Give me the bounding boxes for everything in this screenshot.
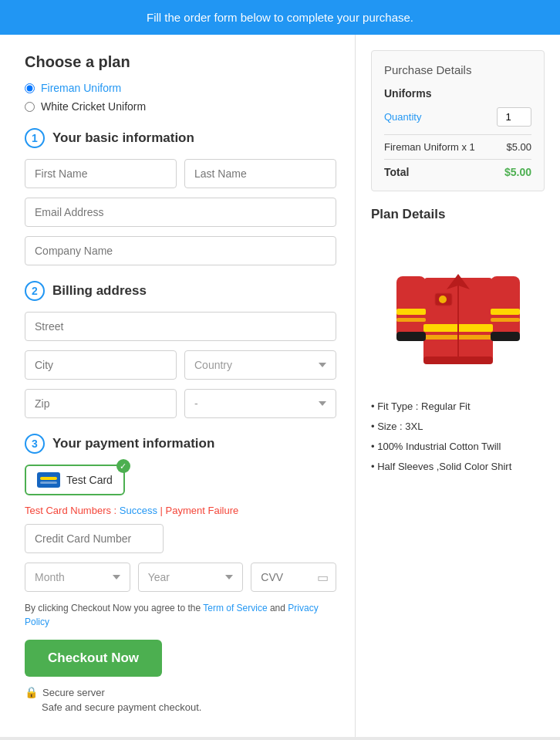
left-panel: Choose a plan Fireman Uniform White Cric… [0, 35, 356, 737]
plan-option-cricket[interactable]: White Cricket Uniform [25, 100, 336, 113]
svg-rect-4 [396, 309, 426, 315]
item-row: Fireman Uniform x 1 $5.00 [384, 141, 531, 153]
basic-info-header: 1 Your basic information [25, 128, 336, 148]
cc-number-input[interactable] [25, 524, 164, 553]
fireman-jacket-svg [389, 231, 528, 386]
plan-feature-item: Half Sleeves ,Solid Color Shirt [371, 457, 545, 477]
card-label: Test Card [66, 474, 113, 486]
basic-info-title: Your basic information [52, 130, 194, 146]
safe-text: Safe and secure payment checkout. [42, 701, 336, 713]
quantity-row: Quantity [384, 107, 531, 127]
item-label: Fireman Uniform x 1 [384, 141, 475, 153]
banner-text: Fill the order form below to complete yo… [147, 11, 413, 24]
plan-feature-item: Size : 3XL [371, 417, 545, 437]
right-panel: Purchase Details Uniforms Quantity Firem… [356, 35, 560, 737]
svg-rect-11 [396, 332, 426, 341]
purchase-details-title: Purchase Details [384, 63, 531, 76]
svg-rect-13 [423, 356, 493, 364]
failure-link[interactable]: Payment Failure [166, 505, 239, 516]
city-input[interactable] [25, 350, 177, 380]
total-label: Total [384, 166, 409, 178]
svg-rect-2 [491, 276, 520, 338]
name-row [25, 159, 336, 188]
step-1-number: 1 [25, 128, 45, 148]
last-name-input[interactable] [184, 159, 336, 188]
card-icon [37, 472, 60, 488]
uniform-image [389, 231, 528, 386]
uniforms-label: Uniforms [384, 87, 531, 100]
test-card-info: Test Card Numbers : Success | Payment Fa… [25, 505, 336, 516]
country-select[interactable]: Country United States United Kingdom Can… [184, 350, 336, 380]
plan-feature-item: 100% Industrial Cotton Twill [371, 437, 545, 457]
quantity-input[interactable] [497, 107, 531, 127]
plan-details-title: Plan Details [371, 207, 545, 222]
svg-rect-5 [396, 318, 426, 322]
plan-fireman-label: Fireman Uniform [41, 82, 121, 94]
card-option-box[interactable]: Test Card ✓ [25, 465, 125, 495]
email-input[interactable] [25, 198, 336, 227]
billing-title: Billing address [52, 283, 147, 299]
quantity-label: Quantity [384, 111, 421, 123]
svg-rect-1 [396, 276, 426, 338]
cvv-card-icon: ▭ [317, 570, 329, 585]
first-name-input[interactable] [25, 159, 177, 188]
svg-rect-7 [491, 318, 520, 322]
state-select[interactable]: - ALCANYTX [184, 389, 336, 418]
cc-details-row: Month 01020304 05060708 09101112 Year 20… [25, 563, 336, 592]
billing-header: 2 Billing address [25, 281, 336, 301]
zip-input[interactable] [25, 389, 177, 418]
terms-of-service-link[interactable]: Term of Service [203, 603, 267, 613]
success-link[interactable]: Success [120, 505, 157, 516]
checkout-button[interactable]: Checkout Now [25, 640, 162, 677]
plan-cricket-label: White Cricket Uniform [41, 100, 146, 113]
terms-text-2: and [270, 603, 288, 613]
cvv-wrapper: ▭ [251, 563, 336, 592]
terms-text-1: By clicking Checkout Now you agree to th… [25, 603, 203, 613]
plan-features: Fit Type : Regular FitSize : 3XL100% Ind… [371, 397, 545, 477]
secure-label: Secure server [42, 687, 105, 698]
top-banner: Fill the order form below to complete yo… [0, 0, 560, 35]
company-input[interactable] [25, 236, 336, 265]
year-select[interactable]: Year 202420252026 2027202820292030 [138, 563, 244, 592]
terms-text: By clicking Checkout Now you agree to th… [25, 601, 336, 629]
step-3-number: 3 [25, 434, 45, 454]
secure-info: 🔒 Secure server [25, 686, 336, 698]
cc-number-row [25, 524, 336, 553]
check-badge: ✓ [116, 459, 130, 473]
company-row [25, 236, 336, 265]
svg-rect-6 [491, 309, 520, 315]
svg-rect-12 [491, 332, 520, 341]
total-row: Total $5.00 [384, 166, 531, 178]
payment-header: 3 Your payment information [25, 434, 336, 454]
street-input[interactable] [25, 312, 336, 341]
total-price: $5.00 [504, 166, 531, 178]
step-2-number: 2 [25, 281, 45, 301]
choose-plan-title: Choose a plan [25, 53, 336, 71]
city-country-row: Country United States United Kingdom Can… [25, 350, 336, 380]
street-row [25, 312, 336, 341]
item-price: $5.00 [506, 141, 531, 153]
zip-state-row: - ALCANYTX [25, 389, 336, 418]
lock-icon: 🔒 [25, 686, 38, 698]
purchase-details-box: Purchase Details Uniforms Quantity Firem… [371, 50, 545, 191]
email-row [25, 198, 336, 227]
plan-feature-item: Fit Type : Regular Fit [371, 397, 545, 417]
plan-option-fireman[interactable]: Fireman Uniform [25, 82, 336, 94]
svg-point-15 [439, 296, 447, 303]
month-select[interactable]: Month 01020304 05060708 09101112 [25, 563, 130, 592]
payment-title: Your payment information [52, 436, 214, 451]
test-card-prefix: Test Card Numbers : [25, 505, 120, 516]
